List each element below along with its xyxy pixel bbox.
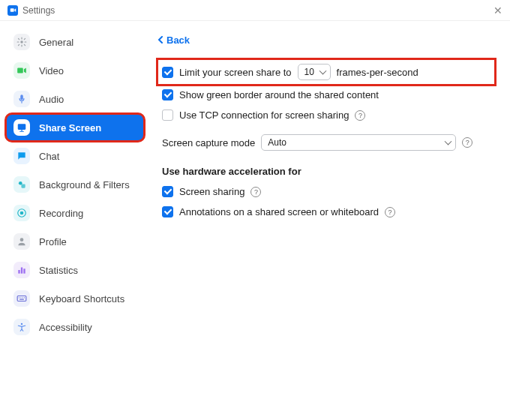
close-icon[interactable]: ✕ — [494, 4, 502, 16]
recording-icon — [14, 205, 30, 221]
green-border-row: Show green border around the shared cont… — [158, 85, 495, 105]
sidebar-item-label: Share Screen — [39, 122, 101, 134]
sidebar-item-statistics[interactable]: Statistics — [6, 256, 144, 284]
titlebar-left: Settings — [8, 5, 55, 16]
hw-annotations-checkbox[interactable] — [162, 206, 173, 218]
sidebar-item-label: Chat — [39, 151, 59, 162]
hw-screen-checkbox[interactable] — [162, 186, 173, 197]
gear-icon — [14, 34, 30, 50]
hw-annotations-row: Annotations on a shared screen or whiteb… — [158, 202, 495, 222]
sidebar-item-recording[interactable]: Recording — [6, 200, 144, 226]
hw-accel-heading: Use hardware acceleration for — [162, 166, 495, 177]
chat-icon — [14, 148, 30, 164]
sidebar-item-label: Video — [39, 65, 64, 76]
back-label: Back — [166, 34, 190, 46]
fps-limit-row: Limit your screen share to 10 frames-per… — [158, 59, 495, 85]
svg-rect-12 — [17, 296, 26, 302]
hw-screen-label: Screen sharing — [179, 186, 244, 197]
profile-icon — [14, 233, 30, 250]
sidebar-item-audio[interactable]: Audio — [6, 86, 144, 112]
sidebar-item-label: Background & Filters — [39, 179, 130, 190]
content-pane: Back Limit your screen share to 10 frame… — [150, 21, 510, 420]
hw-annotations-label: Annotations on a shared screen or whiteb… — [179, 206, 379, 218]
sidebar-item-label: Profile — [39, 236, 67, 248]
sidebar-item-label: Recording — [39, 208, 83, 219]
sidebar-item-background-filters[interactable]: Background & Filters — [6, 171, 144, 198]
svg-rect-9 — [18, 270, 20, 274]
fps-limit-suffix: frames-per-second — [337, 67, 418, 78]
sidebar-item-chat[interactable]: Chat — [6, 142, 144, 170]
sidebar-item-share-screen[interactable]: Share Screen — [6, 114, 144, 141]
sidebar-item-keyboard-shortcuts[interactable]: Keyboard Shortcuts — [6, 285, 144, 312]
fps-limit-prefix: Limit your screen share to — [179, 67, 292, 78]
keyboard-icon — [14, 290, 30, 307]
titlebar: Settings ✕ — [0, 0, 510, 21]
sidebar-item-label: Statistics — [39, 265, 78, 276]
green-border-checkbox[interactable] — [162, 89, 173, 100]
fps-limit-checkbox[interactable] — [162, 67, 173, 78]
sidebar-item-label: General — [39, 37, 74, 48]
sidebar-item-label: Audio — [39, 94, 64, 105]
sidebar-item-accessibility[interactable]: Accessibility — [6, 314, 144, 340]
svg-rect-2 — [17, 68, 23, 74]
help-icon[interactable]: ? — [355, 110, 365, 121]
chevron-left-icon — [158, 34, 164, 46]
sidebar-item-general[interactable]: General — [6, 28, 144, 56]
capture-mode-row: Screen capture mode Auto ? — [158, 130, 495, 155]
svg-point-8 — [20, 238, 24, 242]
tcp-row: Use TCP connection for screen sharing ? — [158, 105, 495, 125]
capture-mode-select[interactable]: Auto — [261, 134, 456, 151]
tcp-label: Use TCP connection for screen sharing — [179, 110, 349, 121]
app-icon — [8, 5, 18, 16]
help-icon[interactable]: ? — [250, 187, 261, 197]
hw-screen-row: Screen sharing ? — [158, 182, 495, 202]
sidebar-item-label: Accessibility — [39, 322, 92, 333]
svg-rect-0 — [10, 8, 14, 12]
fps-limit-value: 10 — [304, 67, 314, 77]
svg-rect-11 — [23, 268, 25, 273]
svg-rect-3 — [18, 124, 26, 130]
svg-rect-5 — [21, 184, 25, 188]
help-icon[interactable]: ? — [385, 207, 395, 218]
back-link[interactable]: Back — [158, 34, 190, 46]
svg-point-1 — [20, 40, 23, 44]
green-border-label: Show green border around the shared cont… — [179, 89, 379, 100]
sidebar-item-video[interactable]: Video — [6, 57, 144, 84]
capture-mode-value: Auto — [268, 137, 286, 148]
sidebar: GeneralVideoAudioShare ScreenChatBackgro… — [0, 21, 150, 420]
sidebar-item-profile[interactable]: Profile — [6, 228, 144, 255]
tcp-checkbox[interactable] — [162, 110, 173, 121]
stats-icon — [14, 262, 30, 278]
window-title: Settings — [22, 5, 55, 16]
svg-rect-10 — [21, 268, 22, 274]
video-icon — [14, 62, 30, 79]
svg-point-13 — [21, 323, 22, 325]
share-icon — [14, 119, 30, 136]
audio-icon — [14, 91, 30, 107]
fps-limit-select[interactable]: 10 — [298, 64, 331, 80]
accessibility-icon — [14, 319, 30, 335]
capture-mode-label: Screen capture mode — [162, 137, 255, 148]
help-icon[interactable]: ? — [462, 137, 472, 148]
svg-point-7 — [20, 212, 23, 214]
sidebar-item-label: Keyboard Shortcuts — [39, 293, 124, 304]
bgfilters-icon — [14, 176, 30, 193]
